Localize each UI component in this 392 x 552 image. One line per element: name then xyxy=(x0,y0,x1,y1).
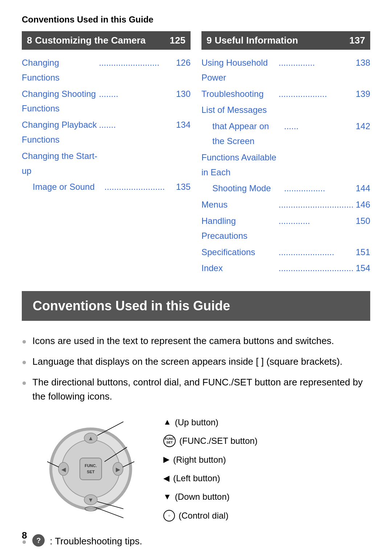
entry-dots: ...... xyxy=(284,119,354,149)
svg-text:▼: ▼ xyxy=(88,497,94,503)
svg-text:▶: ▶ xyxy=(116,466,121,473)
entry-page: 144 xyxy=(356,181,370,196)
entry-page: 142 xyxy=(356,119,370,149)
entry-page: 134 xyxy=(176,118,191,147)
section-8-num: 8 xyxy=(27,35,32,46)
entry-text: Index xyxy=(201,261,277,276)
entry-text: Shooting Mode xyxy=(212,181,282,196)
toc-entry[interactable]: Handling Precautions ............. 150 xyxy=(201,213,370,244)
toc-entry[interactable]: Menus ................................. … xyxy=(201,197,370,213)
entry-dots: ......................... xyxy=(99,56,174,85)
down-button-text: (Down button) xyxy=(175,491,230,503)
section-9-num: 9 xyxy=(207,35,212,46)
entry-dots xyxy=(99,149,175,179)
func-set-label: FUNCSET (FUNC./SET button) xyxy=(163,435,258,447)
toc-entry-indented[interactable]: Shooting Mode ................. 144 xyxy=(201,180,370,197)
toc-entry-indented[interactable]: Image or Sound .........................… xyxy=(22,179,191,195)
bullet-text: The directional buttons, control dial, a… xyxy=(32,375,370,404)
top-label: Conventions Used in this Guide xyxy=(22,15,370,25)
entry-page: 146 xyxy=(356,197,370,212)
entry-dots: ............. xyxy=(278,214,354,244)
svg-text:◀: ◀ xyxy=(61,466,66,473)
bullet-dot: ● xyxy=(22,335,26,347)
entry-page: 130 xyxy=(176,87,191,116)
toc-entry[interactable]: Changing Playback Functions ....... 134 xyxy=(22,117,191,148)
bullet-text: Language that displays on the screen app… xyxy=(32,355,370,369)
entry-page xyxy=(356,103,370,118)
up-button-label: ▲ (Up button) xyxy=(163,416,258,429)
svg-line-19 xyxy=(94,507,123,518)
toc-entry[interactable]: List of Messages xyxy=(201,102,370,118)
troubleshooting-text: : Troubleshooting tips. xyxy=(50,534,142,548)
entry-dots: ................................. xyxy=(278,197,354,212)
entry-page: 150 xyxy=(356,214,370,244)
section-8-page: 125 xyxy=(170,35,185,46)
up-arrow-icon: ▲ xyxy=(163,417,171,428)
entry-page xyxy=(356,150,370,180)
entry-dots: ......................... xyxy=(104,180,174,195)
entry-page: 135 xyxy=(176,180,191,195)
entry-dots: .................... xyxy=(278,87,354,102)
toc-entry[interactable]: Index ..................................… xyxy=(201,260,370,277)
entry-text: Troubleshooting xyxy=(201,87,277,102)
section-9-page: 137 xyxy=(350,35,365,46)
control-dial-label: ○ (Control dial) xyxy=(163,510,258,522)
bullet-item-3: ● The directional buttons, control dial,… xyxy=(22,375,370,404)
entry-dots xyxy=(279,150,355,180)
entry-dots: ................. xyxy=(284,181,354,196)
entry-page: 154 xyxy=(356,261,370,276)
down-button-label: ▼ (Down button) xyxy=(163,491,258,503)
entry-page: 139 xyxy=(356,87,370,102)
right-button-text: (Right button) xyxy=(173,454,226,466)
icon-items: ● ? : Troubleshooting tips. ● ⚙ : Hints … xyxy=(22,534,370,552)
bullet-item-2: ● Language that displays on the screen a… xyxy=(22,355,370,369)
down-arrow-icon: ▼ xyxy=(163,491,171,503)
page-number: 8 xyxy=(22,530,27,541)
control-dial-icon: ○ xyxy=(163,510,175,522)
entry-page: 126 xyxy=(176,56,191,85)
right-button-label: ▶ (Right button) xyxy=(163,454,258,466)
func-set-text: (FUNC./SET button) xyxy=(179,435,258,447)
control-dial-text: (Control dial) xyxy=(179,510,228,522)
toc-header-8: 8 Customizing the Camera 125 xyxy=(22,31,191,50)
entry-dots: ............... xyxy=(278,56,354,85)
toc-entry[interactable]: Changing Shooting Functions ........ 130 xyxy=(22,86,191,117)
diagram-area: FUNC. SET ▲ ▼ ▶ ◀ xyxy=(44,414,348,523)
entry-page: 151 xyxy=(356,245,370,260)
toc-entry[interactable]: Changing the Start-up xyxy=(22,148,191,179)
toc-entry[interactable]: Functions Available in Each xyxy=(201,150,370,181)
conventions-header: Conventions Used in this Guide xyxy=(22,291,370,321)
entry-text: Functions Available in Each xyxy=(201,150,277,180)
toc-entry[interactable]: Using Household Power ............... 13… xyxy=(201,55,370,86)
up-button-text: (Up button) xyxy=(175,416,219,429)
toc-header-9: 9 Useful Information 137 xyxy=(201,31,370,50)
entry-text: Menus xyxy=(201,197,277,212)
bullet-dot: ● xyxy=(22,377,26,389)
svg-text:▲: ▲ xyxy=(88,435,94,441)
entry-dots: ....... xyxy=(99,118,174,147)
section-8-title: Customizing the Camera xyxy=(35,35,146,46)
entry-text: Changing Functions xyxy=(22,56,97,85)
entry-dots xyxy=(279,103,355,118)
toc-entry[interactable]: Troubleshooting .................... 139 xyxy=(201,86,370,102)
bullet-item-1: ● Icons are used in the text to represen… xyxy=(22,334,370,348)
svg-rect-3 xyxy=(80,458,102,480)
right-arrow-icon: ▶ xyxy=(163,454,170,465)
entry-text: Changing Shooting Functions xyxy=(22,87,97,116)
toc-entry[interactable]: Changing Functions .....................… xyxy=(22,55,191,86)
left-arrow-icon: ◀ xyxy=(163,473,170,484)
toc-grid: 8 Customizing the Camera 125 Changing Fu… xyxy=(22,31,370,277)
entry-text: Using Household Power xyxy=(201,56,277,85)
left-button-text: (Left button) xyxy=(173,472,220,484)
entry-dots: ....................................... xyxy=(278,261,354,276)
entry-text: Changing Playback Functions xyxy=(22,118,97,147)
entry-text: Specifications xyxy=(201,245,277,260)
section-9-title: Useful Information xyxy=(215,35,298,46)
toc-entry[interactable]: Specifications ....................... 1… xyxy=(201,244,370,261)
troubleshooting-icon: ? xyxy=(32,534,45,547)
toc-entry-indented[interactable]: that Appear on the Screen ...... 142 xyxy=(201,118,370,150)
entry-dots: ........ xyxy=(99,87,174,116)
entry-text: Image or Sound xyxy=(33,180,103,195)
svg-text:SET: SET xyxy=(87,470,95,474)
bullet-text: Icons are used in the text to represent … xyxy=(32,334,370,348)
